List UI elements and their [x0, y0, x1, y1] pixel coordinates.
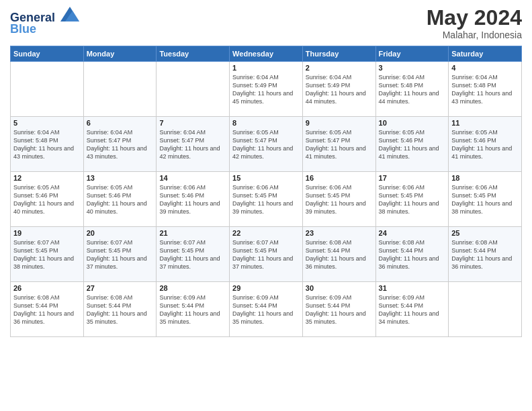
- day-info: Sunrise: 6:04 AMSunset: 5:47 PMDaylight:…: [87, 128, 154, 161]
- day-info: Sunrise: 6:08 AMSunset: 5:44 PMDaylight:…: [379, 238, 446, 271]
- day-cell: 19Sunrise: 6:07 AMSunset: 5:45 PMDayligh…: [11, 227, 84, 282]
- day-number: 5: [13, 119, 81, 127]
- day-info: Sunrise: 6:09 AMSunset: 5:44 PMDaylight:…: [159, 293, 226, 326]
- day-cell: 5Sunrise: 6:04 AMSunset: 5:48 PMDaylight…: [11, 117, 84, 172]
- logo: General Blue: [10, 7, 79, 36]
- weekday-friday: Friday: [375, 46, 449, 62]
- day-cell: 31Sunrise: 6:09 AMSunset: 5:44 PMDayligh…: [375, 282, 449, 337]
- day-cell: 9Sunrise: 6:05 AMSunset: 5:47 PMDaylight…: [302, 117, 375, 172]
- day-cell: 17Sunrise: 6:06 AMSunset: 5:45 PMDayligh…: [375, 172, 449, 227]
- day-number: 22: [232, 229, 300, 237]
- day-number: 24: [379, 229, 446, 237]
- day-cell: 30Sunrise: 6:09 AMSunset: 5:44 PMDayligh…: [302, 282, 375, 337]
- day-cell: 28Sunrise: 6:09 AMSunset: 5:44 PMDayligh…: [157, 282, 230, 337]
- day-cell: 18Sunrise: 6:06 AMSunset: 5:45 PMDayligh…: [449, 172, 522, 227]
- day-number: 25: [451, 229, 519, 237]
- day-info: Sunrise: 6:06 AMSunset: 5:45 PMDaylight:…: [306, 183, 373, 216]
- day-info: Sunrise: 6:07 AMSunset: 5:45 PMDaylight:…: [159, 238, 226, 271]
- day-cell: 4Sunrise: 6:04 AMSunset: 5:48 PMDaylight…: [449, 62, 522, 117]
- day-number: 15: [232, 174, 300, 182]
- day-cell: 22Sunrise: 6:07 AMSunset: 5:45 PMDayligh…: [230, 227, 303, 282]
- day-info: Sunrise: 6:08 AMSunset: 5:44 PMDaylight:…: [451, 238, 519, 271]
- day-info: Sunrise: 6:05 AMSunset: 5:46 PMDaylight:…: [13, 183, 81, 216]
- day-number: 31: [379, 284, 446, 292]
- day-info: Sunrise: 6:06 AMSunset: 5:45 PMDaylight:…: [232, 183, 300, 216]
- day-info: Sunrise: 6:08 AMSunset: 5:44 PMDaylight:…: [306, 238, 373, 271]
- day-number: 10: [379, 119, 446, 127]
- day-cell: 3Sunrise: 6:04 AMSunset: 5:48 PMDaylight…: [375, 62, 449, 117]
- day-info: Sunrise: 6:05 AMSunset: 5:46 PMDaylight:…: [451, 128, 519, 161]
- week-row-3: 12Sunrise: 6:05 AMSunset: 5:46 PMDayligh…: [11, 172, 522, 227]
- day-info: Sunrise: 6:08 AMSunset: 5:44 PMDaylight:…: [87, 293, 154, 326]
- day-number: 21: [159, 229, 226, 237]
- day-number: 18: [451, 174, 519, 182]
- day-cell: 15Sunrise: 6:06 AMSunset: 5:45 PMDayligh…: [230, 172, 303, 227]
- weekday-thursday: Thursday: [302, 46, 375, 62]
- weekday-wednesday: Wednesday: [230, 46, 303, 62]
- day-info: Sunrise: 6:07 AMSunset: 5:45 PMDaylight:…: [232, 238, 300, 271]
- day-number: 28: [159, 284, 226, 292]
- day-cell: 8Sunrise: 6:05 AMSunset: 5:47 PMDaylight…: [230, 117, 303, 172]
- day-info: Sunrise: 6:05 AMSunset: 5:47 PMDaylight:…: [232, 128, 300, 161]
- day-cell: 23Sunrise: 6:08 AMSunset: 5:44 PMDayligh…: [302, 227, 375, 282]
- title-area: May 2024 Malahar, Indonesia: [427, 7, 522, 40]
- day-number: 26: [13, 284, 81, 292]
- day-cell: [11, 62, 84, 117]
- day-cell: 20Sunrise: 6:07 AMSunset: 5:45 PMDayligh…: [83, 227, 157, 282]
- week-row-5: 26Sunrise: 6:08 AMSunset: 5:44 PMDayligh…: [11, 282, 522, 337]
- week-row-4: 19Sunrise: 6:07 AMSunset: 5:45 PMDayligh…: [11, 227, 522, 282]
- weekday-saturday: Saturday: [449, 46, 522, 62]
- day-info: Sunrise: 6:04 AMSunset: 5:47 PMDaylight:…: [159, 128, 226, 161]
- day-cell: 24Sunrise: 6:08 AMSunset: 5:44 PMDayligh…: [375, 227, 449, 282]
- day-cell: 29Sunrise: 6:09 AMSunset: 5:44 PMDayligh…: [230, 282, 303, 337]
- week-row-2: 5Sunrise: 6:04 AMSunset: 5:48 PMDaylight…: [11, 117, 522, 172]
- month-title: May 2024: [427, 7, 522, 28]
- day-info: Sunrise: 6:04 AMSunset: 5:48 PMDaylight:…: [451, 73, 519, 106]
- day-info: Sunrise: 6:07 AMSunset: 5:45 PMDaylight:…: [13, 238, 81, 271]
- day-number: 6: [87, 119, 154, 127]
- day-number: 13: [87, 174, 154, 182]
- week-row-1: 1Sunrise: 6:04 AMSunset: 5:49 PMDaylight…: [11, 62, 522, 117]
- day-cell: 16Sunrise: 6:06 AMSunset: 5:45 PMDayligh…: [302, 172, 375, 227]
- day-number: 29: [232, 284, 300, 292]
- day-number: 2: [306, 64, 373, 72]
- day-cell: 7Sunrise: 6:04 AMSunset: 5:47 PMDaylight…: [157, 117, 230, 172]
- day-cell: 1Sunrise: 6:04 AMSunset: 5:49 PMDaylight…: [230, 62, 303, 117]
- header: General Blue May 2024 Malahar, Indonesia: [10, 7, 522, 40]
- day-number: 1: [232, 64, 300, 72]
- day-number: 3: [379, 64, 446, 72]
- day-info: Sunrise: 6:04 AMSunset: 5:48 PMDaylight:…: [13, 128, 81, 161]
- weekday-monday: Monday: [83, 46, 157, 62]
- calendar-table: SundayMondayTuesdayWednesdayThursdayFrid…: [10, 46, 522, 337]
- day-number: 19: [13, 229, 81, 237]
- day-cell: 6Sunrise: 6:04 AMSunset: 5:47 PMDaylight…: [83, 117, 157, 172]
- day-number: 12: [13, 174, 81, 182]
- day-info: Sunrise: 6:06 AMSunset: 5:46 PMDaylight:…: [159, 183, 226, 216]
- logo-icon: [60, 7, 79, 21]
- day-info: Sunrise: 6:07 AMSunset: 5:45 PMDaylight:…: [87, 238, 154, 271]
- day-cell: 2Sunrise: 6:04 AMSunset: 5:49 PMDaylight…: [302, 62, 375, 117]
- weekday-sunday: Sunday: [11, 46, 84, 62]
- day-info: Sunrise: 6:04 AMSunset: 5:49 PMDaylight:…: [232, 73, 300, 106]
- day-cell: [83, 62, 157, 117]
- day-cell: [157, 62, 230, 117]
- day-number: 30: [306, 284, 373, 292]
- day-number: 14: [159, 174, 226, 182]
- location: Malahar, Indonesia: [427, 30, 522, 40]
- day-number: 17: [379, 174, 446, 182]
- day-info: Sunrise: 6:09 AMSunset: 5:44 PMDaylight:…: [232, 293, 300, 326]
- day-info: Sunrise: 6:04 AMSunset: 5:48 PMDaylight:…: [379, 73, 446, 106]
- page: General Blue May 2024 Malahar, Indonesia…: [0, 0, 532, 411]
- day-number: 27: [87, 284, 154, 292]
- day-number: 7: [159, 119, 226, 127]
- day-number: 20: [87, 229, 154, 237]
- day-info: Sunrise: 6:09 AMSunset: 5:44 PMDaylight:…: [379, 293, 446, 326]
- day-info: Sunrise: 6:06 AMSunset: 5:45 PMDaylight:…: [379, 183, 446, 216]
- day-info: Sunrise: 6:05 AMSunset: 5:47 PMDaylight:…: [306, 128, 373, 161]
- day-cell: 14Sunrise: 6:06 AMSunset: 5:46 PMDayligh…: [157, 172, 230, 227]
- day-info: Sunrise: 6:05 AMSunset: 5:46 PMDaylight:…: [87, 183, 154, 216]
- day-number: 4: [451, 64, 519, 72]
- day-number: 9: [306, 119, 373, 127]
- weekday-header-row: SundayMondayTuesdayWednesdayThursdayFrid…: [11, 46, 522, 62]
- day-info: Sunrise: 6:06 AMSunset: 5:45 PMDaylight:…: [451, 183, 519, 216]
